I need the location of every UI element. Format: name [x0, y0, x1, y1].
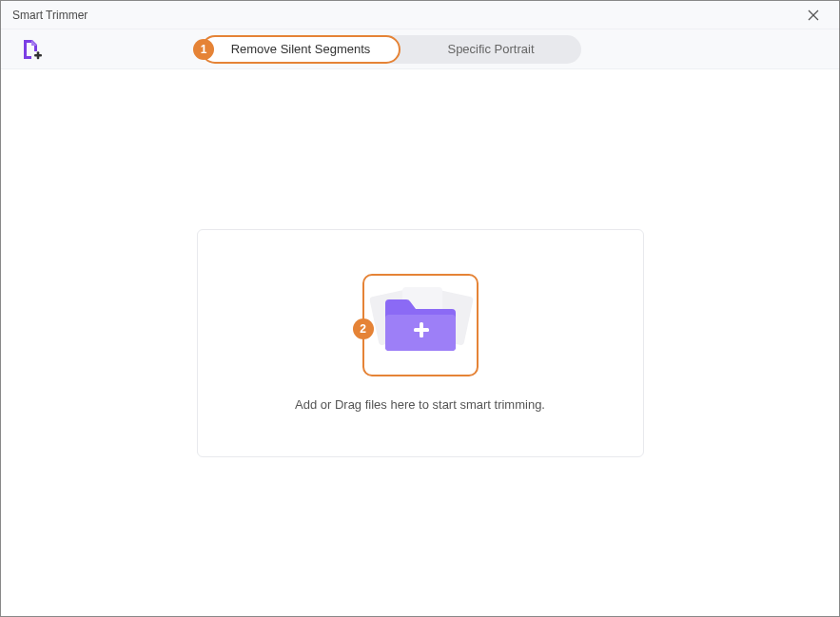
tab-specific-portrait[interactable]: Specific Portrait [400, 35, 581, 64]
svg-rect-3 [37, 51, 40, 59]
tab-remove-silent-segments[interactable]: 1 Remove Silent Segments [201, 35, 400, 64]
tab-label: Specific Portrait [447, 42, 534, 56]
tab-label: Remove Silent Segments [231, 42, 371, 56]
toolbar-left [20, 38, 201, 61]
smart-trimmer-window: Smart Trimmer 1 Remove Silent [0, 0, 840, 617]
tab-group: 1 Remove Silent Segments Specific Portra… [201, 35, 581, 64]
titlebar: Smart Trimmer [1, 1, 839, 29]
close-icon [808, 10, 819, 21]
close-button[interactable] [799, 1, 828, 29]
callout-step-1: 1 [193, 39, 214, 60]
window-title: Smart Trimmer [12, 9, 88, 22]
main-content: 2 Add or Drag files here to start smart … [1, 69, 839, 616]
callout-step-2: 2 [353, 318, 374, 339]
folder-plus-icon [383, 298, 458, 353]
dropzone[interactable]: 2 Add or Drag files here to start smart … [197, 229, 644, 457]
dropzone-target[interactable]: 2 [362, 274, 479, 376]
add-file-button[interactable] [20, 38, 43, 61]
svg-rect-8 [420, 322, 423, 337]
dropzone-instruction: Add or Drag files here to start smart tr… [295, 397, 545, 412]
toolbar: 1 Remove Silent Segments Specific Portra… [1, 29, 839, 69]
document-plus-icon [20, 38, 43, 61]
